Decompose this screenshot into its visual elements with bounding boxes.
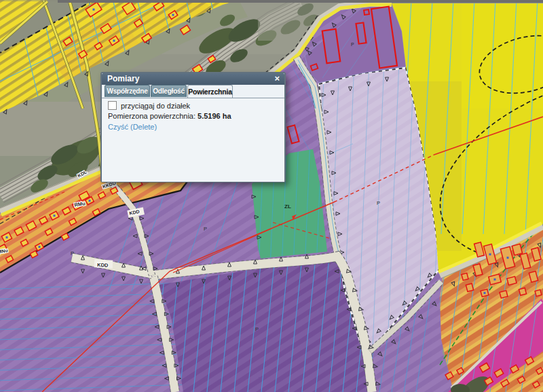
svg-text:KDD: KDD xyxy=(97,262,109,269)
svg-text:P: P xyxy=(377,200,380,206)
svg-text:P: P xyxy=(351,42,354,47)
svg-text:P: P xyxy=(71,250,74,256)
svg-text:P: P xyxy=(204,226,207,232)
svg-text:P: P xyxy=(255,326,259,332)
svg-text:ZL: ZL xyxy=(284,203,291,210)
